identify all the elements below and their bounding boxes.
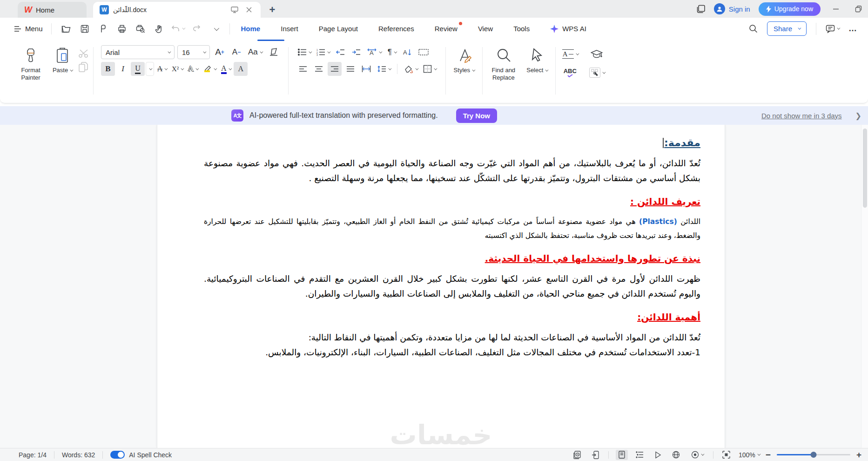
clear-format-icon[interactable]	[267, 45, 281, 59]
tab-insert[interactable]: Insert	[281, 25, 298, 33]
focus-mode-icon[interactable]	[688, 450, 706, 460]
hand-tool-icon[interactable]	[151, 21, 167, 36]
zoom-out-button[interactable]: −	[766, 450, 771, 459]
show-marks-button[interactable]	[417, 45, 431, 59]
annotate-button[interactable]: A	[560, 47, 580, 61]
spell-check-toggle[interactable]	[110, 451, 125, 459]
borders-button[interactable]	[421, 62, 438, 76]
doc-block-p[interactable]: ظهرت اللدائن لأول مرة في القرن التاسع عش…	[204, 271, 700, 301]
comment-icon[interactable]	[826, 25, 839, 33]
history-version-icon[interactable]	[571, 450, 583, 460]
find-replace-button[interactable]: Find and Replace	[485, 44, 522, 82]
tab-wps-ai[interactable]: WPS AI	[550, 25, 586, 33]
format-painter-button[interactable]: Format Painter	[14, 44, 47, 82]
doc-block-p[interactable]: تُعدّ اللدائن من المواد الأساسية في الصن…	[204, 330, 700, 345]
font-color-button[interactable]: A	[219, 62, 233, 76]
align-left-button[interactable]	[296, 62, 310, 76]
doc-block-h1[interactable]: مقدمة:	[204, 137, 700, 149]
read-mode-icon[interactable]	[652, 450, 664, 460]
web-layout-icon[interactable]	[670, 450, 682, 460]
sign-in-button[interactable]: Sign in	[714, 3, 750, 14]
numbered-list-button[interactable]: 123	[315, 45, 331, 59]
share-button[interactable]: Share	[767, 21, 807, 36]
text-effects-button[interactable]: A	[186, 62, 200, 76]
restore-window-icon[interactable]	[851, 2, 865, 16]
font-name-select[interactable]: Arial	[101, 45, 175, 59]
tab-references[interactable]: References	[378, 25, 414, 33]
italic-button[interactable]: I	[116, 62, 130, 76]
home-tab[interactable]: W Home	[18, 2, 87, 18]
increase-indent-button[interactable]	[349, 45, 363, 59]
doc-block-p-small[interactable]: اللدائن (Plastics) هي مواد عضوية مصنوعة …	[204, 215, 700, 243]
upgrade-now-button[interactable]: Upgrade now	[759, 2, 821, 16]
present-on-screen-icon[interactable]	[229, 5, 240, 15]
change-case-button[interactable]: Aa	[246, 45, 264, 59]
paragraph-mark-button[interactable]: ¶	[385, 45, 399, 59]
try-now-button[interactable]: Try Now	[456, 108, 497, 123]
select-button[interactable]: Select	[522, 44, 552, 74]
doc-block-h2[interactable]: أهمية اللدائن:	[204, 312, 700, 323]
zoom-slider[interactable]	[777, 454, 850, 455]
zoom-slider-knob[interactable]	[810, 452, 816, 458]
dismiss-banner-link[interactable]: Do not show me in 3 days	[761, 112, 842, 120]
paste-button[interactable]: Paste	[47, 44, 77, 74]
document-page[interactable]: مقدمة:تُعدّ اللدائن، أو ما يُعرف بالبلاس…	[157, 125, 725, 448]
highlight-color-button[interactable]	[201, 62, 218, 76]
bold-button[interactable]: B	[101, 62, 115, 76]
bullet-list-button[interactable]	[296, 45, 313, 59]
workspace-windows-icon[interactable]	[697, 5, 706, 14]
superscript-button[interactable]: X²	[170, 62, 185, 76]
text-direction-button[interactable]: A	[365, 45, 383, 59]
undo-icon[interactable]	[170, 21, 186, 36]
increase-font-button[interactable]: A+	[213, 45, 227, 59]
char-shading-button[interactable]: A	[234, 62, 248, 76]
vertical-scrollbar[interactable]	[861, 125, 868, 448]
doc-block-h2[interactable]: نبذة عن تطورها واستخدامها في الحياة الحد…	[204, 253, 700, 264]
main-menu-button[interactable]: Menu	[14, 25, 43, 33]
sort-button[interactable]: A	[401, 45, 415, 59]
doc-block-h2[interactable]: تعريف اللدائن :	[204, 196, 700, 207]
export-pdf-icon[interactable]	[95, 21, 111, 36]
tab-review[interactable]: Review	[435, 25, 458, 33]
fit-screen-icon[interactable]	[720, 450, 733, 460]
toolbar-more-icon[interactable]	[207, 21, 223, 36]
cut-icon[interactable]	[78, 49, 89, 58]
more-options-icon[interactable]: …	[848, 24, 858, 34]
new-tab-button[interactable]: +	[265, 3, 279, 17]
page-view-icon[interactable]	[616, 450, 628, 460]
justify-button[interactable]	[343, 62, 357, 76]
strikethrough-button[interactable]: A	[155, 62, 169, 76]
search-icon[interactable]	[749, 24, 758, 33]
zoom-in-button[interactable]: +	[856, 450, 861, 459]
copy-icon[interactable]	[78, 62, 89, 73]
zoom-level[interactable]: 100%	[739, 451, 760, 459]
tab-home[interactable]: Home	[241, 25, 261, 33]
styles-button[interactable]: Styles	[449, 44, 479, 74]
print-preview-icon[interactable]	[133, 21, 148, 36]
open-file-icon[interactable]	[58, 21, 74, 36]
learning-tools-icon[interactable]	[587, 47, 606, 61]
font-size-select[interactable]: 16	[177, 45, 210, 59]
underline-options-button[interactable]	[146, 62, 154, 76]
underline-button[interactable]: U	[131, 62, 145, 76]
doc-block-p[interactable]: 1-تعدد الاستخدامات تُستخدم في مختلف المج…	[204, 345, 700, 360]
decrease-font-button[interactable]: A−	[229, 45, 243, 59]
shading-button[interactable]	[402, 62, 419, 76]
distribute-button[interactable]	[359, 62, 373, 76]
minimize-window-icon[interactable]	[829, 2, 843, 16]
align-right-button[interactable]	[328, 62, 342, 76]
save-icon[interactable]	[77, 21, 93, 36]
doc-block-p[interactable]: تُعدّ اللدائن، أو ما يُعرف بالبلاستيك، م…	[204, 156, 700, 186]
banner-collapse-icon[interactable]: ❯	[855, 111, 861, 120]
document-tab[interactable]: W اللّدائن.docx	[93, 2, 261, 18]
outline-view-icon[interactable]	[634, 450, 646, 460]
tab-tools[interactable]: Tools	[513, 25, 530, 33]
align-center-button[interactable]	[312, 62, 326, 76]
mobile-transfer-icon[interactable]	[589, 450, 601, 460]
spell-check-button[interactable]: ABC	[560, 66, 580, 80]
tab-page-layout[interactable]: Page Layout	[319, 25, 358, 33]
scrollbar-thumb[interactable]	[863, 129, 867, 208]
close-tab-icon[interactable]	[244, 5, 254, 15]
redo-icon[interactable]	[188, 21, 204, 36]
line-spacing-button[interactable]	[375, 62, 392, 76]
